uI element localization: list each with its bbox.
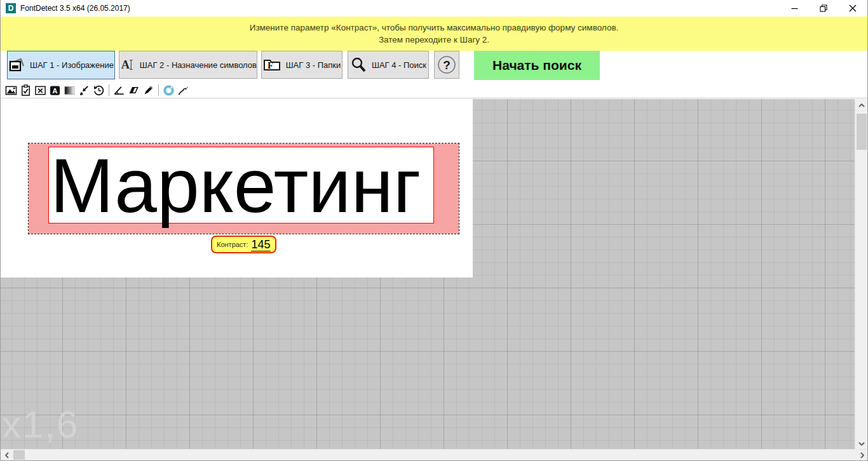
toolbar-separator [109,84,109,96]
app-window: D FontDetect 3.5 x64 (26.05.2017) Измени… [0,0,868,461]
horizontal-scrollbar[interactable] [1,449,868,460]
clear-image-icon[interactable] [33,83,48,98]
vertical-scrollbar[interactable] [855,99,867,450]
contrast-gradient-icon[interactable] [62,83,77,98]
window-title: FontDetect 3.5 x64 (26.05.2017) [20,4,130,13]
restore-button[interactable] [809,0,838,17]
hint-message-bar: Измените параметр «Контраст», чтобы полу… [1,17,867,51]
scroll-up-button[interactable] [855,99,868,112]
step3-folders-button[interactable]: F ШАГ 3 - Папки [261,51,342,79]
step3-label: ШАГ 3 - Папки [286,60,341,70]
minimize-button[interactable] [780,0,809,17]
restore-icon [820,4,827,12]
step1-image-button[interactable]: ШАГ 1 - Изображение [7,51,115,79]
svg-text:F: F [268,60,273,70]
chevron-right-icon [860,452,864,458]
contrast-label: Контраст: [217,241,248,248]
step4-label: ШАГ 4 - Поиск [372,60,426,70]
help-button[interactable]: ? [434,51,459,79]
recognized-text-box: Маркетинг [48,147,434,224]
chevron-up-icon [858,104,865,107]
contrast-badge[interactable]: Контраст: 145 [211,236,276,253]
text-selection-region[interactable]: Маркетинг [28,143,459,234]
close-icon [849,4,857,12]
vertical-scroll-thumb[interactable] [857,114,867,150]
start-search-button[interactable]: Начать поиск [474,51,600,80]
angle-tool-icon[interactable] [112,83,126,98]
step2-assign-symbols-button[interactable]: A ШАГ 2 - Назначение символов [119,51,257,79]
app-logo-icon: D [6,3,16,13]
shrink-arrows-icon[interactable] [77,83,92,98]
steps-toolbar: ШАГ 1 - Изображение A ШАГ 2 - Назначение… [1,51,867,83]
zoom-level-watermark: x1,6 [2,403,79,446]
step4-search-button[interactable]: ШАГ 4 - Поиск [348,51,429,79]
hint-line-1: Измените параметр «Контраст», чтобы полу… [1,22,867,34]
close-button[interactable] [838,0,867,17]
chevron-down-icon [858,442,865,446]
contrast-value[interactable]: 145 [251,238,270,251]
open-image-icon[interactable] [4,83,18,98]
folder-f-icon: F [263,57,281,72]
undo-history-icon[interactable] [92,83,106,98]
magnifier-icon [350,57,367,73]
refresh-blue-icon[interactable] [161,83,176,98]
chevron-left-icon [5,452,9,458]
toolbar-separator [158,84,159,96]
step2-label: ШАГ 2 - Назначение символов [140,60,257,70]
scroll-right-button[interactable] [856,450,868,460]
letter-block-icon[interactable]: A [48,83,62,98]
scroll-left-button[interactable] [1,450,13,460]
step1-label: ШАГ 1 - Изображение [30,60,114,70]
svg-text:A: A [121,58,130,71]
letter-a-cursor-icon: A [119,57,135,72]
pen-icon[interactable] [141,83,156,98]
scroll-down-button[interactable] [855,438,868,450]
eraser-icon[interactable] [126,83,141,98]
canvas-area[interactable]: Маркетинг Контраст: 145 x1,6 [1,99,856,450]
paste-check-icon[interactable] [18,83,33,98]
title-bar: D FontDetect 3.5 x64 (26.05.2017) [1,0,867,17]
hint-line-2: Затем переходите к Шагу 2. [1,34,867,46]
window-controls [780,0,867,17]
horizontal-scroll-thumb[interactable] [13,450,25,460]
help-icon: ? [437,55,456,74]
start-search-label: Начать поиск [492,58,581,73]
sample-text: Маркетинг [50,147,421,224]
lasso-flag-icon[interactable] [176,83,191,98]
edit-toolbar: A [1,83,867,98]
photo-frames-icon [8,58,25,73]
svg-text:A: A [53,86,58,94]
svg-text:?: ? [443,58,451,72]
